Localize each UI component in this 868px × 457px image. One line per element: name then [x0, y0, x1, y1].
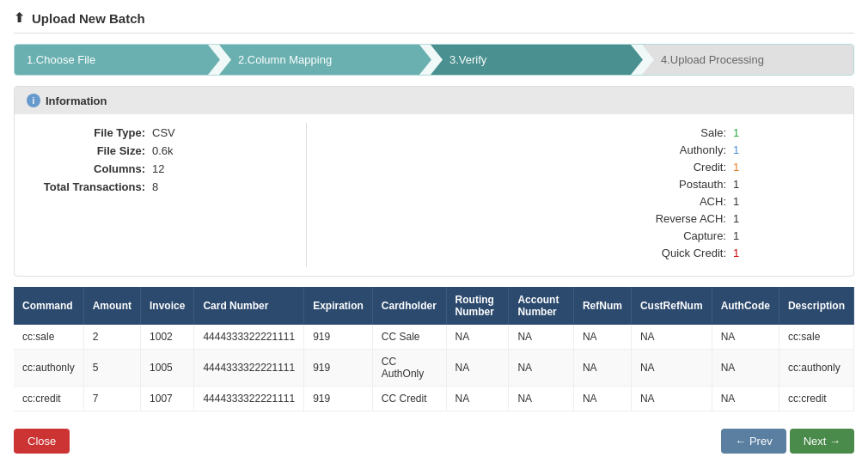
upload-icon: ⬆ — [14, 10, 25, 26]
cell-1-8: NA — [573, 350, 631, 387]
cell-2-11: cc:credit — [779, 387, 853, 411]
file-type-row: File Type: CSV — [32, 126, 289, 139]
col-command: Command — [14, 287, 83, 325]
ach-label: ACH: — [630, 195, 733, 208]
col-account-number: Account Number — [509, 287, 574, 325]
step-choose-file[interactable]: 1.Choose File — [15, 45, 220, 75]
info-right: Sale: 1 Authonly: 1 Credit: 1 Postauth: … — [307, 123, 853, 267]
credit-label: Credit: — [630, 161, 733, 174]
capture-label: Capture: — [630, 229, 733, 242]
file-size-label: File Size: — [32, 144, 152, 157]
table-row: cc:authonly510054444333322221111919CC Au… — [14, 350, 854, 387]
table-container: Command Amount Invoice Card Number Expir… — [14, 287, 854, 411]
quick-credit-row: Quick Credit: 1 — [341, 247, 836, 259]
cell-0-7: NA — [509, 325, 574, 350]
postauth-row: Postauth: 1 — [341, 178, 836, 191]
page-title: Upload New Batch — [32, 11, 145, 26]
cell-1-3: 4444333322221111 — [194, 350, 304, 387]
reverse-ach-row: Reverse ACH: 1 — [341, 212, 836, 225]
wizard-steps: 1.Choose File 2.Column Mapping 3.Verify … — [14, 44, 854, 76]
step-verify[interactable]: 3.Verify — [431, 45, 643, 75]
reverse-ach-value: 1 — [733, 212, 750, 225]
close-button[interactable]: Close — [14, 429, 70, 454]
col-refnum: RefNum — [573, 287, 631, 325]
sale-value: 1 — [733, 126, 750, 139]
info-left: File Type: CSV File Size: 0.6k Columns: … — [15, 123, 307, 267]
cell-1-0: cc:authonly — [14, 350, 83, 387]
cell-0-2: 1002 — [141, 325, 194, 350]
step-column-mapping[interactable]: 2.Column Mapping — [219, 45, 431, 75]
col-authcode: AuthCode — [712, 287, 779, 325]
cell-2-5: CC Credit — [372, 387, 446, 411]
cell-0-1: 2 — [83, 325, 140, 350]
step-label: 4.Upload Processing — [661, 53, 764, 66]
cell-0-11: cc:sale — [779, 325, 853, 350]
info-box-body: File Type: CSV File Size: 0.6k Columns: … — [15, 114, 853, 276]
col-custrefnum: CustRefNum — [631, 287, 712, 325]
table-body: cc:sale210024444333322221111919CC SaleNA… — [14, 325, 854, 411]
file-type-label: File Type: — [32, 126, 152, 139]
step-label: 2.Column Mapping — [238, 53, 332, 66]
columns-value: 12 — [152, 162, 164, 175]
col-amount: Amount — [83, 287, 140, 325]
authonly-label: Authonly: — [630, 143, 733, 156]
sale-label: Sale: — [630, 126, 733, 139]
cell-1-4: 919 — [304, 350, 373, 387]
credit-value: 1 — [733, 161, 750, 174]
columns-row: Columns: 12 — [32, 162, 289, 175]
cell-2-10: NA — [712, 387, 779, 411]
cell-2-6: NA — [446, 387, 509, 411]
step-label: 1.Choose File — [27, 53, 95, 66]
cell-1-9: NA — [631, 350, 712, 387]
info-icon: i — [27, 94, 40, 107]
authonly-row: Authonly: 1 — [341, 143, 836, 156]
cell-1-11: cc:authonly — [779, 350, 853, 387]
postauth-label: Postauth: — [630, 178, 733, 191]
prev-button[interactable]: ← Prev — [721, 429, 785, 454]
cell-0-9: NA — [631, 325, 712, 350]
cell-2-8: NA — [573, 387, 631, 411]
quick-credit-value: 1 — [733, 247, 750, 259]
cell-2-9: NA — [631, 387, 712, 411]
ach-row: ACH: 1 — [341, 195, 836, 208]
data-table: Command Amount Invoice Card Number Expir… — [14, 287, 854, 411]
cell-1-10: NA — [712, 350, 779, 387]
total-transactions-label: Total Transactions: — [32, 180, 152, 193]
info-box: i Information File Type: CSV File Size: … — [14, 86, 854, 277]
file-size-row: File Size: 0.6k — [32, 144, 289, 157]
cell-2-0: cc:credit — [14, 387, 83, 411]
table-row: cc:sale210024444333322221111919CC SaleNA… — [14, 325, 854, 350]
cell-1-6: NA — [446, 350, 509, 387]
capture-row: Capture: 1 — [341, 229, 836, 242]
cell-2-2: 1007 — [141, 387, 194, 411]
info-box-header: i Information — [15, 87, 853, 114]
col-cardholder: Cardholder — [372, 287, 446, 325]
cell-1-2: 1005 — [141, 350, 194, 387]
reverse-ach-label: Reverse ACH: — [630, 212, 733, 225]
cell-0-3: 4444333322221111 — [194, 325, 304, 350]
file-size-value: 0.6k — [152, 144, 174, 157]
col-routing-number: Routing Number — [446, 287, 509, 325]
cell-1-5: CC AuthOnly — [372, 350, 446, 387]
authonly-value: 1 — [733, 143, 750, 156]
next-button[interactable]: Next → — [790, 429, 854, 454]
credit-row: Credit: 1 — [341, 161, 836, 174]
total-transactions-row: Total Transactions: 8 — [32, 180, 289, 193]
nav-buttons: ← Prev Next → — [721, 429, 854, 454]
sale-row: Sale: 1 — [341, 126, 836, 139]
col-description: Description — [779, 287, 853, 325]
step-label: 3.Verify — [449, 53, 486, 66]
file-type-value: CSV — [152, 126, 175, 139]
col-card-number: Card Number — [194, 287, 304, 325]
ach-value: 1 — [733, 195, 750, 208]
info-title: Information — [46, 94, 107, 107]
cell-0-5: CC Sale — [372, 325, 446, 350]
columns-label: Columns: — [32, 162, 152, 175]
cell-2-4: 919 — [304, 387, 373, 411]
cell-0-0: cc:sale — [14, 325, 83, 350]
cell-0-10: NA — [712, 325, 779, 350]
cell-2-7: NA — [509, 387, 574, 411]
quick-credit-label: Quick Credit: — [630, 247, 733, 259]
cell-2-1: 7 — [83, 387, 140, 411]
col-invoice: Invoice — [141, 287, 194, 325]
